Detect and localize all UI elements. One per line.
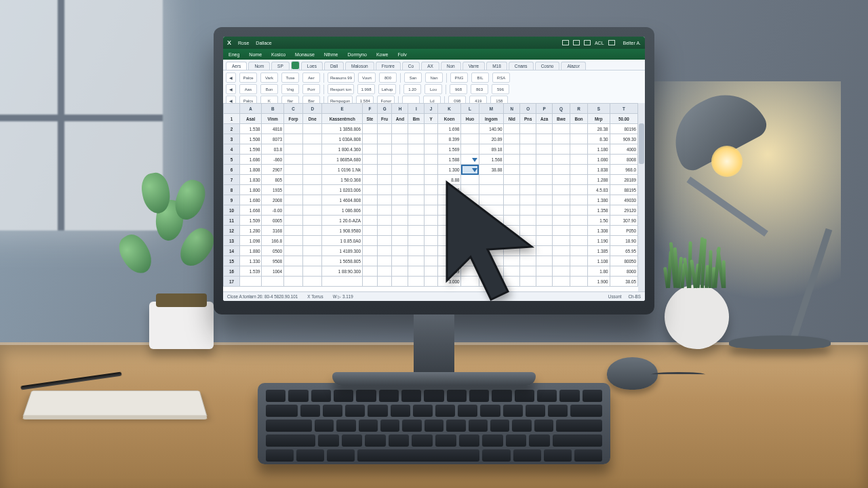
cell[interactable] xyxy=(461,216,479,226)
cell[interactable] xyxy=(377,134,392,144)
cell[interactable] xyxy=(570,226,588,236)
cell[interactable] xyxy=(570,195,588,205)
cell[interactable]: 1 5658.805 xyxy=(322,256,363,266)
cell[interactable] xyxy=(553,124,570,134)
cell[interactable] xyxy=(283,256,302,266)
column-header-F[interactable]: F xyxy=(363,104,378,114)
ribbon-button[interactable]: San xyxy=(404,73,422,83)
cell[interactable] xyxy=(520,236,536,246)
cell[interactable] xyxy=(479,226,504,236)
cell[interactable] xyxy=(377,236,392,246)
column-header-T[interactable]: T xyxy=(610,104,637,114)
cell[interactable] xyxy=(570,216,588,226)
column-header-I[interactable]: I xyxy=(408,104,425,114)
cell[interactable] xyxy=(392,236,408,246)
cell[interactable] xyxy=(392,266,408,277)
cell[interactable]: 909.30 xyxy=(610,134,637,144)
cell[interactable] xyxy=(363,144,378,155)
cell[interactable] xyxy=(461,226,479,236)
ribbon-tab-cnans[interactable]: Cnans xyxy=(509,62,534,70)
ribbon-button[interactable]: Vng xyxy=(281,84,299,94)
row-header[interactable]: 3 xyxy=(224,134,240,144)
cell[interactable]: 1.588 xyxy=(437,155,461,165)
cell[interactable] xyxy=(425,155,438,165)
cell[interactable] xyxy=(363,195,378,205)
cell[interactable] xyxy=(504,134,520,144)
cell[interactable]: 1.190 xyxy=(588,236,610,246)
cell[interactable]: 2008 xyxy=(262,195,284,205)
cell[interactable] xyxy=(553,155,570,165)
window-button-1[interactable] xyxy=(562,40,569,45)
column-header-S[interactable]: S xyxy=(588,104,610,114)
ribbon-button[interactable]: 1.20 xyxy=(403,84,421,94)
ribbon-tab-sp[interactable]: SP xyxy=(271,62,290,70)
cell[interactable]: 1.50 xyxy=(588,216,610,226)
cell[interactable] xyxy=(520,185,536,195)
field-header-cell[interactable]: Asal xyxy=(239,114,262,124)
cell[interactable]: 1.668 xyxy=(239,205,262,216)
cell[interactable]: 166.8 xyxy=(262,236,284,246)
cell[interactable] xyxy=(461,266,479,277)
ribbon-tab-maloson[interactable]: Maloson xyxy=(345,62,374,70)
cell[interactable]: 1 0196 1.Nk xyxy=(322,165,363,175)
field-header-cell[interactable]: Forp xyxy=(283,114,302,124)
ribbon-button[interactable]: Vourt xyxy=(358,73,376,83)
cell[interactable] xyxy=(504,124,520,134)
ribbon-tab-fronre[interactable]: Fronre xyxy=(376,62,401,70)
cell[interactable]: 28189 xyxy=(610,175,637,185)
ribbon-nav-prev[interactable]: ◀ xyxy=(226,84,236,94)
cell[interactable] xyxy=(377,256,392,266)
ribbon-tab-color[interactable] xyxy=(291,61,300,70)
menu-item-nthme[interactable]: Nthme xyxy=(324,52,338,57)
ribbon-nav-prev[interactable]: ◀ xyxy=(226,73,236,83)
cell[interactable] xyxy=(283,195,302,205)
cell[interactable] xyxy=(504,236,520,246)
cell[interactable] xyxy=(377,185,392,195)
cell[interactable] xyxy=(536,155,553,165)
cell[interactable] xyxy=(425,236,438,246)
cell[interactable] xyxy=(392,205,408,216)
cell[interactable] xyxy=(479,216,504,226)
cell[interactable] xyxy=(553,175,570,185)
cell[interactable] xyxy=(283,205,302,216)
cell[interactable]: 0500 xyxy=(262,246,284,256)
cell[interactable]: 1.569 xyxy=(437,144,461,155)
field-header-cell[interactable]: Ste xyxy=(363,114,378,124)
cell[interactable] xyxy=(461,155,479,165)
cell[interactable]: 1.098 xyxy=(239,236,262,246)
cell[interactable]: 1.838 xyxy=(588,165,610,175)
ribbon-tab-cosno[interactable]: Cosno xyxy=(535,62,560,70)
column-header-G[interactable]: G xyxy=(377,104,392,114)
cell[interactable]: -860 xyxy=(262,155,284,165)
cell[interactable]: 20.89 xyxy=(479,134,504,144)
cell[interactable]: 1 030A.808 xyxy=(322,134,363,144)
cell[interactable]: 1.680 xyxy=(239,195,262,205)
cell[interactable] xyxy=(570,266,588,277)
cell[interactable] xyxy=(408,226,425,236)
cell[interactable] xyxy=(520,195,536,205)
cell[interactable]: 1.900 xyxy=(588,277,610,287)
cell[interactable] xyxy=(425,175,438,185)
column-header-A[interactable]: A xyxy=(239,104,262,114)
cell[interactable] xyxy=(425,144,438,155)
cell[interactable] xyxy=(408,246,425,256)
cell[interactable] xyxy=(408,185,425,195)
cell[interactable]: 1.880 xyxy=(239,246,262,256)
column-header-R[interactable]: R xyxy=(570,104,588,114)
cell[interactable] xyxy=(479,246,504,256)
cell[interactable] xyxy=(536,266,553,277)
field-header-cell[interactable]: Vinm xyxy=(262,114,284,124)
cell[interactable] xyxy=(303,155,322,165)
cell[interactable]: 49030 xyxy=(610,195,637,205)
cell[interactable] xyxy=(377,205,392,216)
cell[interactable] xyxy=(536,144,553,155)
cell[interactable] xyxy=(553,277,570,287)
cell[interactable]: 1 4604.808 xyxy=(322,195,363,205)
cell[interactable] xyxy=(377,216,392,226)
cell[interactable] xyxy=(425,205,438,216)
cell[interactable] xyxy=(408,155,425,165)
cell[interactable] xyxy=(363,155,378,165)
cell[interactable]: 1.698 xyxy=(437,124,461,134)
cell[interactable] xyxy=(408,175,425,185)
cell[interactable] xyxy=(536,195,553,205)
